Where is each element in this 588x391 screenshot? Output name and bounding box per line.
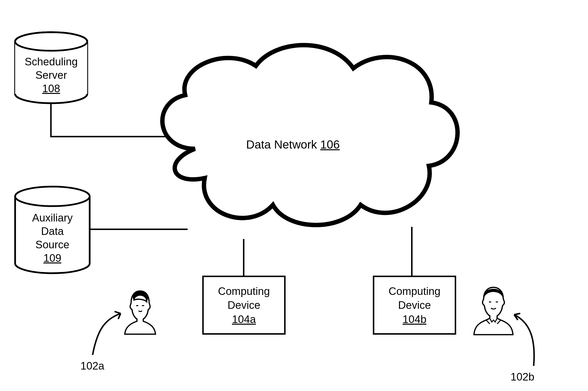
user-b-icon [470, 283, 517, 337]
diagram-canvas: Data Network 106 Scheduling Server 108 A… [0, 0, 588, 391]
cylinder-scheduling-label: Scheduling Server 108 [17, 55, 85, 95]
cyl1-line2: Server [17, 68, 85, 82]
cloud-label: Data Network 106 [246, 138, 340, 151]
boxB-ref: 104b [402, 312, 426, 326]
boxA-line2: Device [228, 298, 261, 312]
user-b-ref: 102b [511, 371, 534, 383]
box-computing-device-b: Computing Device 104b [373, 276, 456, 335]
user-a-ref: 102a [80, 360, 104, 372]
cyl2-line1: Auxiliary [17, 211, 88, 224]
user-a-icon [119, 287, 161, 335]
cyl2-ref: 109 [17, 251, 88, 265]
cyl2-line3: Source [17, 238, 88, 251]
cloud-label-text: Data Network [246, 138, 320, 151]
cyl1-ref: 108 [17, 82, 85, 95]
cyl1-line1: Scheduling [17, 55, 85, 68]
svg-point-2 [15, 187, 90, 206]
boxB-line1: Computing [389, 284, 441, 298]
cyl2-line2: Data [17, 224, 88, 238]
boxA-ref: 104a [232, 312, 256, 326]
boxB-line2: Device [398, 298, 431, 312]
box-computing-device-a: Computing Device 104a [202, 276, 286, 335]
cloud-ref: 106 [320, 138, 340, 151]
cylinder-auxiliary-label: Auxiliary Data Source 109 [17, 211, 88, 265]
boxA-line1: Computing [218, 284, 270, 298]
